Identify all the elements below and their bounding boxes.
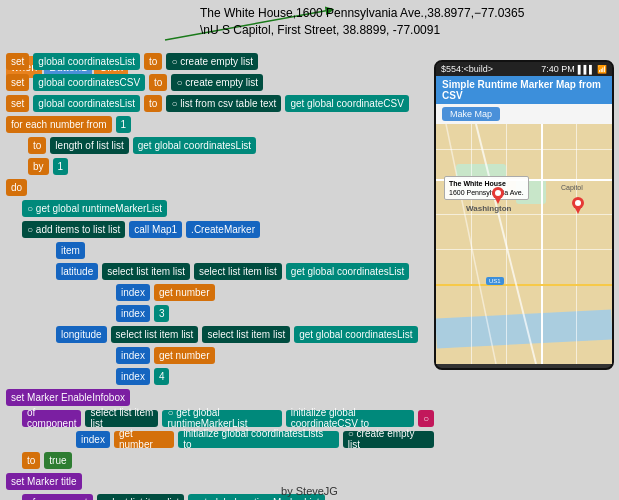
phone-title: $554:<build> — [441, 64, 493, 74]
make-map-button[interactable]: Make Map — [442, 107, 500, 121]
table-row: ○ get global runtimeMarkerList — [5, 199, 435, 217]
global-coordinatesCSV: global coordinatesCSV — [33, 74, 145, 91]
of-component-1: of component — [22, 410, 81, 427]
select-list-2: select list item list — [194, 263, 282, 280]
set-block-3: set — [6, 95, 29, 112]
svg-marker-4 — [494, 196, 502, 204]
select-list-1: select list item list — [102, 263, 190, 280]
svg-point-8 — [575, 200, 581, 206]
to-block-5: to — [22, 452, 40, 469]
set-block-2: set — [6, 74, 29, 91]
table-row: ○ add items to list list call Map1 .Crea… — [5, 220, 435, 238]
table-row: by 1 — [5, 157, 435, 175]
table-row: do — [5, 178, 435, 196]
phone-mockup: $554:<build> 7:40 PM ▌▌▌ 📶 Simple Runtim… — [434, 60, 614, 370]
table-row: latitude select list item list select li… — [5, 262, 435, 280]
credit-text: by SteveJG — [281, 485, 338, 497]
get-runtimeMarkerList-2: ○ get global runtimeMarkerList — [162, 410, 281, 427]
create-empty-list-2: ○ create empty list — [171, 74, 263, 91]
annotation-line1: The White House,1600 Pennsylvania Ave.,3… — [200, 6, 524, 20]
table-row: set global coordinatesList to ○ create e… — [5, 52, 435, 70]
init-global-coordinatesList: initialize global coordinatesLists to — [178, 431, 339, 448]
create-marker: .CreateMarker — [186, 221, 260, 238]
item-block: item — [56, 242, 85, 259]
val-4: 4 — [154, 368, 170, 385]
longitude-block: longitude — [56, 326, 107, 343]
phone-time: 7:40 PM — [541, 64, 575, 74]
label-address: 1600 Pennsylvania Ave. — [449, 188, 524, 197]
global-coordinatesList: global coordinatesList — [33, 53, 140, 70]
get-runtimeMarkerList: ○ get global runtimeMarkerList — [22, 200, 167, 217]
map-label-whitehouse: The White House 1600 Pennsylvania Ave. — [444, 176, 529, 200]
call-map1: call Map1 — [129, 221, 182, 238]
select-list-5: select list item list — [85, 410, 158, 427]
get-number-2: get number — [154, 347, 215, 364]
highway-shield: US1 — [486, 277, 504, 285]
marker-whitehouse — [491, 186, 505, 208]
select-list-3: select list item list — [111, 326, 199, 343]
to-block-2: to — [149, 74, 167, 91]
to-block: to — [144, 53, 162, 70]
create-empty-list-3: ○ create empty list — [343, 431, 434, 448]
get-coordinatesList-3: get global coordinatesList — [133, 137, 256, 154]
index-1: index — [116, 284, 150, 301]
table-row: index get number — [5, 283, 435, 301]
do-block: do — [6, 179, 27, 196]
set-block: set — [6, 53, 29, 70]
create-empty-list: ○ create empty list — [166, 53, 258, 70]
init-global-coordinateCSV: initialize global coordinateCSV to — [286, 410, 414, 427]
get-coordinatesList-5: get global coordinatesList — [294, 326, 417, 343]
svg-point-5 — [495, 190, 501, 196]
phone-map: The White House 1600 Pennsylvania Ave. W… — [436, 124, 612, 364]
phone-title-bar: $554:<build> 7:40 PM ▌▌▌ 📶 — [436, 62, 612, 76]
table-row: set global coordinatesCSV to ○ create em… — [5, 73, 435, 91]
latitude-block: latitude — [56, 263, 98, 280]
index-3: index — [116, 347, 150, 364]
num-1: 1 — [116, 116, 132, 133]
table-row: to length of list list get global coordi… — [5, 136, 435, 154]
annotation-line2: \nU S Capitol, First Street, 38.8899, -7… — [200, 23, 440, 37]
to-block-4: to — [28, 137, 46, 154]
table-row: set global coordinatesList to ○ list fro… — [5, 94, 435, 112]
table-row: index get number initialize global coord… — [5, 430, 435, 448]
val-3: 3 — [154, 305, 170, 322]
table-row: for each number from 1 — [5, 115, 435, 133]
list-from-csv: ○ list from csv table text — [166, 95, 281, 112]
by-val: 1 — [53, 158, 69, 175]
get-coordinateCSV: get global coordinateCSV — [285, 95, 408, 112]
phone-app-bar: Simple Runtime Marker Map from CSV — [436, 76, 612, 104]
svg-line-1 — [476, 124, 536, 364]
by-block: by — [28, 158, 49, 175]
table-row: item — [5, 241, 435, 259]
length-of-list: length of list list — [50, 137, 128, 154]
set-marker-infobox: set Marker EnableInfobox — [6, 389, 130, 406]
table-row: index 3 — [5, 304, 435, 322]
phone-status: 7:40 PM ▌▌▌ 📶 — [541, 64, 607, 74]
marker-capitol — [571, 196, 585, 218]
svg-marker-7 — [574, 206, 582, 214]
phone-app-name: Simple Runtime Marker Map from CSV — [442, 79, 601, 101]
for-each-number: for each number from — [6, 116, 112, 133]
get-number-3: get number — [114, 431, 174, 448]
global-coordinatesList-2: global coordinatesList — [33, 95, 140, 112]
map-text-capitol: Capitol — [561, 184, 583, 191]
get-number-1: get number — [154, 284, 215, 301]
index-5: index — [76, 431, 110, 448]
svg-line-2 — [446, 124, 496, 364]
to-block-3: to — [144, 95, 162, 112]
get-coordinatesList-4: get global coordinatesList — [286, 263, 409, 280]
index-4: index — [116, 368, 150, 385]
table-row: longitude select list item list select l… — [5, 325, 435, 343]
select-list-4: select list item list — [202, 326, 290, 343]
table-row: of component select list item list ○ get… — [5, 409, 435, 427]
phone-screen: Simple Runtime Marker Map from CSV Make … — [436, 76, 612, 364]
phone-icons: ▌▌▌ 📶 — [578, 65, 607, 74]
diagonal-road — [436, 124, 612, 364]
label-title: The White House — [449, 179, 524, 188]
pink-1: ○ — [418, 410, 434, 427]
table-row: index get number — [5, 346, 435, 364]
true-block: true — [44, 452, 71, 469]
table-row: to true — [5, 451, 435, 469]
table-row: set Marker EnableInfobox — [5, 388, 435, 406]
index-2: index — [116, 305, 150, 322]
